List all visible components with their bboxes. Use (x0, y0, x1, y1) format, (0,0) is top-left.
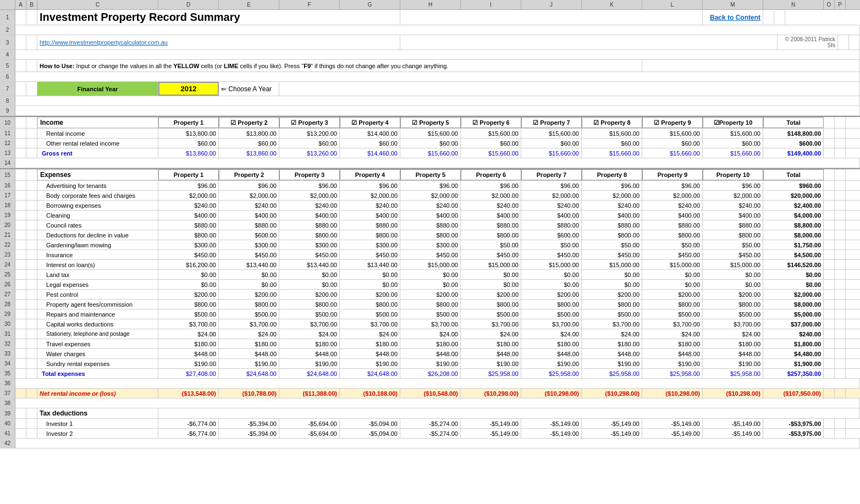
val-ri-8: $15,600.00 (582, 129, 642, 138)
row-29: 29 Repairs and maintenance $500.00 $500.… (0, 309, 860, 319)
row-22: 22 Gardening/lawn mowing $300.00 $300.00… (0, 240, 860, 250)
row-20: 20 Council rates $880.00 $880.00 $880.00… (0, 220, 860, 230)
prop-header-9: ☑ Property 9 (642, 117, 703, 128)
row-2: 2 (0, 25, 860, 35)
cell-B1 (26, 10, 37, 25)
col-header-E: E (219, 0, 279, 9)
cell-back-link[interactable]: Back to Content (703, 10, 763, 25)
row-16: 16 Advertising for tenants $96.00 $96.00… (0, 181, 860, 191)
cell-empty-3b (400, 35, 778, 49)
row-15: 15 Expenses Property 1 Property 2 Proper… (0, 168, 860, 181)
val-ri-5: $15,600.00 (400, 129, 461, 138)
row-28: 28 Property agent fees/commission $800.0… (0, 300, 860, 309)
cell-fy-value[interactable]: 2012 (158, 82, 219, 96)
row-25: 25 Land tax $0.00 $0.00 $0.00 $0.00 $0.0… (0, 270, 860, 280)
cell-howto: How to Use: Input or change the values i… (37, 60, 642, 71)
row-21: 21 Deductions for decline in value $800.… (0, 230, 860, 240)
column-headers: A B C D E F G H I J K L M N O P (0, 0, 860, 10)
tax-section-label: Tax deductions (37, 408, 158, 418)
val-ri-2: $13,800.00 (219, 129, 279, 138)
cell-fy-label: Financial Year (37, 82, 158, 96)
row-36: 36 (0, 379, 860, 389)
prop-header-4: ☑ Property 4 (340, 117, 400, 128)
cell-title: Investment Property Record Summary (37, 10, 400, 25)
income-section-label: Income (37, 117, 158, 128)
cell-empty-6 (15, 72, 860, 81)
col-header-D: D (158, 0, 219, 9)
spreadsheet: A B C D E F G H I J K L M N O P 1 Invest… (0, 0, 860, 448)
cell-copyright: © 2008-2011 Patrick Shi (778, 35, 838, 49)
val-ri-4: $14,400.00 (340, 129, 400, 138)
prop-header-6: ☑ Property 6 (461, 117, 521, 128)
cell-O1 (763, 10, 774, 25)
label-gross-rent: Gross rent (37, 148, 158, 158)
col-header-F: F (279, 0, 340, 9)
col-header-A: A (15, 0, 26, 9)
label-net-income: Net rental income or (loss) (37, 389, 158, 398)
row-4: 4 (0, 50, 860, 60)
row-6: 6 (0, 72, 860, 82)
row-38: 38 (0, 398, 860, 408)
row-34: 34 Sundry rental expenses $190.00 $190.0… (0, 359, 860, 369)
col-header-P: P (835, 0, 846, 9)
col-header-L: L (642, 0, 703, 9)
row-3: 3 http://www.investmentpropertycalculato… (0, 35, 860, 50)
cell-spacer-1 (400, 10, 703, 25)
row-12: 12 Other rental related income $60.00 $6… (0, 139, 860, 148)
prop-header-1: Property 1 (158, 117, 219, 128)
col-header-I: I (461, 0, 521, 9)
cell-P1 (774, 10, 785, 25)
row-30: 30 Capital works deductions $3,700.00 $3… (0, 319, 860, 329)
label-investor2: Investor 2 (37, 429, 158, 438)
row-8: 8 (0, 96, 860, 106)
row-9: 9 (0, 106, 860, 116)
row-32: 32 Travel expenses $180.00 $180.00 $180.… (0, 339, 860, 349)
prop-header-2: ☑ Property 2 (219, 117, 279, 128)
col-header-M: M (703, 0, 763, 9)
prop-header-10: ☑Property 10 (703, 117, 763, 128)
prop-header-5: ☑ Property 5 (400, 117, 461, 128)
cell-website[interactable]: http://www.investmentpropertycalculator.… (37, 35, 400, 49)
col-header-O: O (824, 0, 835, 9)
label-rental-income: Rental income (37, 129, 158, 138)
cell-A1 (15, 10, 26, 25)
prop-header-total: Total (763, 117, 824, 128)
corner-cell (0, 0, 15, 9)
row-31: 31 Stationery, telephone and postage $24… (0, 329, 860, 339)
prop-header-3: ☑ Property 3 (279, 117, 340, 128)
row-39: 39 Tax deductions (0, 408, 860, 419)
col-header-B: B (26, 0, 37, 9)
col-header-G: G (340, 0, 400, 9)
label-total-expenses: Total expenses (37, 369, 158, 378)
val-ri-7: $15,600.00 (521, 129, 582, 138)
rownum-1: 1 (0, 10, 15, 25)
row-26: 26 Legal expenses $0.00 $0.00 $0.00 $0.0… (0, 280, 860, 290)
row-19: 19 Cleaning $400.00 $400.00 $400.00 $400… (0, 211, 860, 220)
row-5: 5 How to Use: Input or change the values… (0, 60, 860, 72)
prop-header-8: ☑ Property 8 (582, 117, 642, 128)
label-other-income: Other rental related income (37, 139, 158, 148)
label-cleaning: Cleaning (37, 211, 158, 220)
website-link[interactable]: http://www.investmentpropertycalculator.… (40, 39, 168, 46)
col-header-H: H (400, 0, 461, 9)
row-23: 23 Insurance $450.00 $450.00 $450.00 $45… (0, 250, 860, 260)
label-investor1: Investor 1 (37, 419, 158, 428)
row-24: 24 Interest on loan(s) $16,200.00 $13,44… (0, 260, 860, 270)
val-ri-1: $13,800.00 (158, 129, 219, 138)
row-13: 13 Gross rent $13,860.00 $13,860.00 $13,… (0, 148, 860, 158)
expenses-section-label: Expenses (37, 169, 158, 180)
val-ri-total: $148,800.00 (763, 129, 824, 138)
row-10: 10 Income Property 1 ☑ Property 2 ☑ Prop… (0, 116, 860, 129)
val-ri-10: $15,600.00 (703, 129, 763, 138)
col-header-K: K (582, 0, 642, 9)
cell-fy-arrow: ⇐ Choose A Year (219, 82, 279, 96)
col-header-C: C (37, 0, 158, 9)
row-1: 1 Investment Property Record Summary Bac… (0, 10, 860, 25)
val-ri-6: $15,600.00 (461, 129, 521, 138)
row-41: 41 Investor 2 -$6,774.00 -$5,394.00 -$5,… (0, 429, 860, 439)
col-header-J: J (521, 0, 582, 9)
row-17: 17 Body corporate fees and charges $2,00… (0, 191, 860, 201)
row-27: 27 Pest control $200.00 $200.00 $200.00 … (0, 290, 860, 300)
back-to-content-link[interactable]: Back to Content (710, 14, 760, 21)
prop-header-7: ☑ Property 7 (521, 117, 582, 128)
